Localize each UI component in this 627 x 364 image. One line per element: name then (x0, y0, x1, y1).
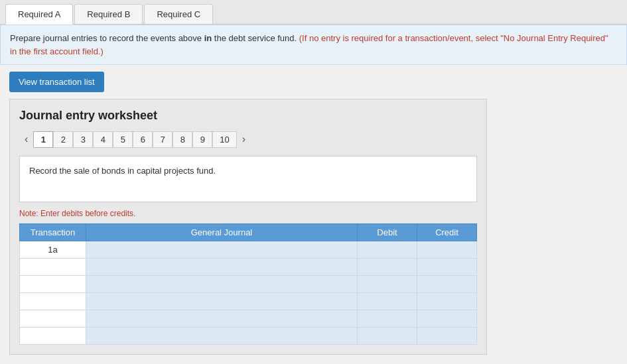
col-header-transaction: Transaction (20, 224, 86, 241)
input-general-0[interactable] (90, 244, 353, 255)
table-row (20, 328, 477, 345)
table-row: 1a (20, 241, 477, 259)
cell-credit-0[interactable] (417, 241, 477, 259)
input-general-2[interactable] (90, 278, 353, 290)
cell-general-2[interactable] (86, 276, 358, 293)
input-credit-3[interactable] (421, 296, 472, 307)
cell-debit-3[interactable] (358, 293, 417, 310)
info-bold: in (204, 33, 212, 43)
table-row (20, 259, 477, 276)
page-10[interactable]: 10 (212, 131, 236, 148)
cell-debit-2[interactable] (358, 276, 417, 293)
cell-transaction-3 (20, 293, 86, 310)
input-general-1[interactable] (90, 261, 353, 273)
cell-transaction-2 (20, 276, 86, 293)
page-5[interactable]: 5 (113, 131, 133, 148)
cell-transaction-1 (20, 259, 86, 276)
cell-credit-5[interactable] (417, 328, 477, 345)
cell-transaction-0: 1a (20, 241, 86, 259)
page-1[interactable]: 1 (33, 131, 53, 148)
input-debit-2[interactable] (362, 278, 413, 290)
input-debit-5[interactable] (362, 330, 413, 341)
worksheet-title: Journal entry worksheet (19, 109, 477, 123)
page-2[interactable]: 2 (53, 131, 73, 148)
table-row (20, 293, 477, 310)
info-text-start: Prepare journal entries to record the ev… (10, 33, 204, 43)
journal-table: Transaction General Journal Debit Credit… (19, 223, 477, 345)
input-debit-4[interactable] (362, 313, 413, 324)
record-description-box: Record the sale of bonds in capital proj… (19, 156, 477, 202)
cell-transaction-5 (20, 328, 86, 345)
info-text-middle: the debt service fund. (212, 33, 299, 43)
cell-transaction-4 (20, 310, 86, 328)
page-prev-button[interactable]: ‹ (19, 131, 33, 148)
page-4[interactable]: 4 (93, 131, 113, 148)
cell-general-0[interactable] (86, 241, 358, 259)
input-debit-1[interactable] (362, 261, 413, 273)
note-text: Note: Enter debits before credits. (19, 209, 477, 218)
cell-general-1[interactable] (86, 259, 358, 276)
journal-entry-worksheet: Journal entry worksheet ‹ 1 2 3 4 5 6 7 … (9, 99, 487, 355)
input-general-5[interactable] (90, 330, 353, 341)
input-debit-3[interactable] (362, 296, 413, 307)
tab-required-b[interactable]: Required B (74, 4, 143, 24)
input-general-3[interactable] (90, 296, 353, 307)
page-3[interactable]: 3 (73, 131, 93, 148)
col-header-general: General Journal (86, 224, 358, 241)
cell-general-5[interactable] (86, 328, 358, 345)
tab-required-c[interactable]: Required C (144, 4, 213, 24)
input-credit-0[interactable] (421, 244, 472, 255)
page-8[interactable]: 8 (173, 131, 192, 148)
cell-credit-4[interactable] (417, 310, 477, 328)
col-header-credit: Credit (417, 224, 477, 241)
cell-debit-4[interactable] (358, 310, 417, 328)
tabs-bar: Required A Required B Required C (0, 0, 627, 25)
page-next-button[interactable]: › (237, 131, 251, 148)
record-text: Record the sale of bonds in capital proj… (29, 166, 216, 176)
page-9[interactable]: 9 (192, 131, 212, 148)
cell-general-3[interactable] (86, 293, 358, 310)
input-credit-5[interactable] (421, 330, 472, 341)
page-7[interactable]: 7 (153, 131, 173, 148)
cell-credit-1[interactable] (417, 259, 477, 276)
cell-credit-2[interactable] (417, 276, 477, 293)
table-row (20, 276, 477, 293)
cell-credit-3[interactable] (417, 293, 477, 310)
tab-required-a[interactable]: Required A (5, 4, 73, 25)
input-credit-2[interactable] (421, 278, 472, 290)
cell-debit-0[interactable] (358, 241, 417, 259)
page-6[interactable]: 6 (133, 131, 153, 148)
view-transaction-list-button[interactable]: View transaction list (9, 72, 104, 92)
cell-general-4[interactable] (86, 310, 358, 328)
cell-debit-5[interactable] (358, 328, 417, 345)
input-debit-0[interactable] (362, 244, 413, 255)
input-credit-4[interactable] (421, 313, 472, 324)
col-header-debit: Debit (358, 224, 417, 241)
input-general-4[interactable] (90, 313, 353, 324)
input-credit-1[interactable] (421, 261, 472, 273)
pagination: ‹ 1 2 3 4 5 6 7 8 9 10 › (19, 131, 477, 148)
cell-debit-1[interactable] (358, 259, 417, 276)
info-banner: Prepare journal entries to record the ev… (0, 25, 627, 65)
table-row (20, 310, 477, 328)
